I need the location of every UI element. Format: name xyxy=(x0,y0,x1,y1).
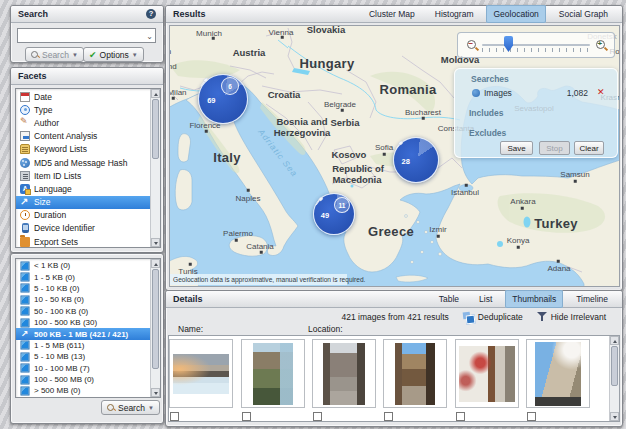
help-icon[interactable]: ? xyxy=(146,9,156,19)
size-item-label: 500 KB - 1 MB (421 / 421) xyxy=(34,330,128,339)
size-list-item[interactable]: 5 - 10 KB (0) xyxy=(16,283,150,294)
deduplicate-button[interactable]: Deduplicate xyxy=(463,312,523,322)
facet-item[interactable]: Author xyxy=(16,116,150,129)
geo-cluster-marker[interactable]: 28 xyxy=(393,137,439,183)
facet-item-label: Author xyxy=(34,118,59,128)
thumbnail-image[interactable] xyxy=(459,346,515,402)
hide-irrelevant-button[interactable]: Hide Irrelevant xyxy=(537,312,606,322)
results-tab[interactable]: Social Graph xyxy=(552,5,615,23)
size-list-item[interactable]: 1 - 5 KB (0) xyxy=(16,271,150,282)
type-icon xyxy=(20,105,30,115)
content-analysis-icon xyxy=(20,131,30,141)
thumbnail-image[interactable] xyxy=(323,343,365,405)
thumbnail-checkbox[interactable] xyxy=(242,412,251,421)
facet-item-label: Export Sets xyxy=(34,237,78,247)
facet-item[interactable]: Keyword Lists xyxy=(16,143,150,156)
facet-item[interactable]: A Language xyxy=(16,182,150,195)
geo-cluster-marker[interactable]: 49 xyxy=(313,193,355,235)
size-list-item[interactable]: 10 - 50 KB (0) xyxy=(16,294,150,305)
size-list-item[interactable]: 50 - 100 KB (0) xyxy=(16,306,150,317)
clear-button[interactable]: Clear xyxy=(574,141,604,155)
size-item-label: > 500 MB (0) xyxy=(34,386,80,395)
facet-item[interactable]: Duration xyxy=(16,209,150,222)
thumbnail-image[interactable] xyxy=(535,342,581,406)
options-button[interactable]: ✔ Options ▼ xyxy=(83,47,144,62)
sizebox-icon xyxy=(21,295,30,304)
size-search-button[interactable]: Search ▼ xyxy=(101,400,160,415)
facet-item[interactable]: Date xyxy=(16,90,150,103)
size-list-item[interactable]: 1 - 5 MB (611) xyxy=(16,340,150,351)
thumbnail-checkbox[interactable] xyxy=(456,412,465,421)
thumbnail-image[interactable] xyxy=(395,343,435,405)
size-list-item[interactable]: 10 - 100 MB (7) xyxy=(16,363,150,374)
search-input[interactable]: ⌄ xyxy=(17,28,156,43)
scrollbar[interactable] xyxy=(150,89,160,247)
scrollbar[interactable] xyxy=(609,336,619,421)
details-tab[interactable]: List xyxy=(472,290,499,308)
stop-button[interactable]: Stop xyxy=(539,141,570,155)
scrollbar[interactable] xyxy=(150,259,160,397)
facet-item[interactable]: Device Identifier xyxy=(16,222,150,235)
thumbnail-card[interactable] xyxy=(312,339,376,408)
scroll-up-icon[interactable] xyxy=(151,89,160,98)
size-item-label: 10 - 100 MB (7) xyxy=(34,364,90,373)
thumbnail-filter-row: Name: Location: xyxy=(166,324,618,335)
facet-item[interactable]: MD5 and Message Hash xyxy=(16,156,150,169)
scrollbar-thumb[interactable] xyxy=(152,269,159,369)
details-tab[interactable]: Table xyxy=(432,290,466,308)
size-list-item[interactable]: 500 KB - 1 MB (421 / 421) xyxy=(16,328,150,339)
scrollbar-thumb[interactable] xyxy=(152,99,159,159)
scroll-down-icon[interactable] xyxy=(151,238,160,247)
remove-search-icon[interactable]: ✕ xyxy=(597,87,605,97)
zoom-slider-track[interactable] xyxy=(482,44,590,46)
thumbnail-checkbox[interactable] xyxy=(313,412,322,421)
size-list-item[interactable]: 100 - 500 MB (0) xyxy=(16,374,150,385)
save-button[interactable]: Save xyxy=(500,141,533,155)
thumbnail-cell xyxy=(312,336,376,421)
scroll-up-icon[interactable] xyxy=(610,336,619,345)
results-tab[interactable]: Cluster Map xyxy=(362,5,422,23)
thumbnail-card[interactable] xyxy=(169,339,233,408)
geo-subcluster-marker[interactable]: 6 xyxy=(221,77,239,95)
city-dot xyxy=(517,246,520,249)
thumbnail-image[interactable] xyxy=(173,354,229,394)
zoom-out-icon[interactable]: − xyxy=(466,39,479,52)
thumbnail-card[interactable] xyxy=(526,339,590,408)
thumbnail-card[interactable] xyxy=(383,339,447,408)
details-tab[interactable]: Timeline xyxy=(569,290,615,308)
size-list-item[interactable]: > 500 MB (0) xyxy=(16,385,150,396)
scroll-up-icon[interactable] xyxy=(151,259,160,268)
thumbnail-image[interactable] xyxy=(253,343,293,405)
thumbnail-checkbox[interactable] xyxy=(527,412,536,421)
scroll-down-icon[interactable] xyxy=(610,412,619,421)
thumbnail-card[interactable] xyxy=(455,339,519,408)
geolocation-map[interactable]: SlovakiaMunichViennaAustriaZurichSwitzer… xyxy=(169,25,620,287)
facet-item[interactable]: Item ID Lists xyxy=(16,169,150,182)
city-dot xyxy=(189,263,192,266)
zoom-in-icon[interactable]: + xyxy=(595,39,608,52)
facet-item[interactable]: Size xyxy=(16,196,150,209)
facets-panel-title: Facets xyxy=(18,68,47,84)
searches-label: Searches xyxy=(471,74,509,84)
thumbnail-card[interactable] xyxy=(241,339,305,408)
size-item-label: 1 - 5 KB (0) xyxy=(34,273,75,282)
thumbnail-checkbox[interactable] xyxy=(170,412,179,421)
geo-subcluster-marker[interactable]: 11 xyxy=(334,197,350,213)
search-button[interactable]: Search ▼ xyxy=(25,47,84,62)
chevron-down-icon[interactable]: ⌄ xyxy=(146,32,153,41)
scroll-down-icon[interactable] xyxy=(151,388,160,397)
facet-item-label: Item ID Lists xyxy=(34,171,81,181)
results-tab[interactable]: Histogram xyxy=(428,5,481,23)
facet-item[interactable]: Content Analysis xyxy=(16,130,150,143)
scrollbar-thumb[interactable] xyxy=(611,346,618,386)
thumbnail-checkbox[interactable] xyxy=(384,412,393,421)
size-list-item[interactable]: 100 - 500 KB (30) xyxy=(16,317,150,328)
facet-item[interactable]: Export Sets xyxy=(16,235,150,248)
details-tab[interactable]: Thumbnails xyxy=(505,290,563,308)
results-tab[interactable]: Geolocation xyxy=(486,5,545,23)
size-list-item[interactable]: 5 - 10 MB (13) xyxy=(16,351,150,362)
location-field-label: Location: xyxy=(308,324,343,334)
details-panel-title: Details xyxy=(173,291,203,307)
facet-item[interactable]: Type xyxy=(16,103,150,116)
size-list-item[interactable]: < 1 KB (0) xyxy=(16,260,150,271)
